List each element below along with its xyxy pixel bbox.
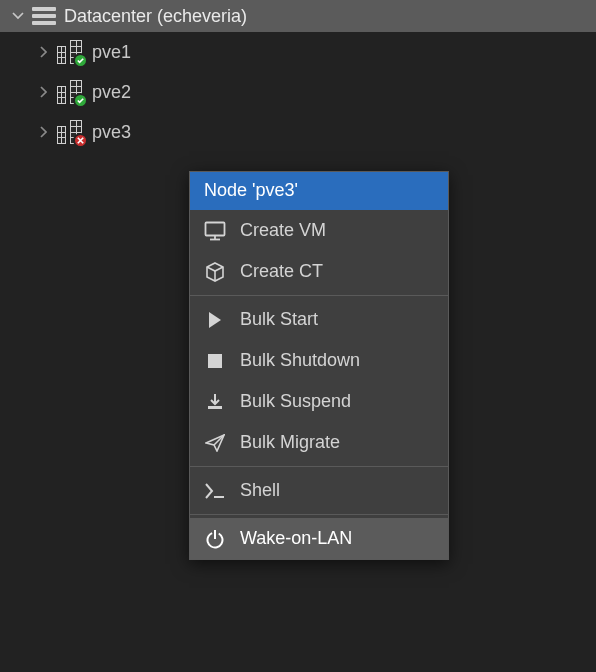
menu-label: Bulk Migrate [240,432,340,453]
status-ok-icon [73,53,88,68]
menu-bulk-shutdown[interactable]: Bulk Shutdown [190,340,448,381]
tree-root-row[interactable]: Datacenter (echeveria) [0,0,596,32]
terminal-icon [204,483,226,499]
menu-label: Bulk Suspend [240,391,351,412]
node-pve2[interactable]: pve2 [0,72,596,112]
power-icon [204,529,226,549]
stop-icon [204,353,226,369]
node-pve1[interactable]: pve1 [0,32,596,72]
cube-icon [204,262,226,282]
menu-bulk-suspend[interactable]: Bulk Suspend [190,381,448,422]
separator [190,466,448,467]
svg-rect-0 [206,222,225,235]
building-icon [57,120,82,144]
menu-create-ct[interactable]: Create CT [190,251,448,292]
menu-shell[interactable]: Shell [190,470,448,511]
play-icon [204,311,226,329]
menu-label: Bulk Start [240,309,318,330]
menu-label: Shell [240,480,280,501]
separator [190,295,448,296]
node-pve3[interactable]: pve3 [0,112,596,152]
menu-create-vm[interactable]: Create VM [190,210,448,251]
node-label: pve3 [92,122,131,143]
menu-bulk-migrate[interactable]: Bulk Migrate [190,422,448,463]
menu-wake-on-lan[interactable]: Wake-on-LAN [190,518,448,559]
context-menu: Node 'pve3' Create VM Create CT Bulk Sta… [189,171,449,560]
menu-label: Bulk Shutdown [240,350,360,371]
svg-rect-4 [208,406,222,409]
paper-plane-icon [204,434,226,452]
node-label: pve2 [92,82,131,103]
tree-nodes: pve1 pve2 pve3 [0,32,596,152]
svg-rect-3 [208,354,222,368]
building-icon [57,40,82,64]
menu-label: Create VM [240,220,326,241]
separator [190,514,448,515]
datacenter-label: Datacenter (echeveria) [64,6,247,27]
chevron-right-icon [40,86,47,98]
menu-bulk-start[interactable]: Bulk Start [190,299,448,340]
desktop-icon [204,221,226,241]
menu-label: Create CT [240,261,323,282]
chevron-right-icon [40,126,47,138]
server-icon [32,7,56,25]
chevron-right-icon [40,46,47,58]
chevron-down-icon [12,12,24,20]
download-icon [204,393,226,411]
status-ok-icon [73,93,88,108]
context-menu-header: Node 'pve3' [190,172,448,210]
status-error-icon [73,133,88,148]
building-icon [57,80,82,104]
node-label: pve1 [92,42,131,63]
menu-label: Wake-on-LAN [240,528,352,549]
